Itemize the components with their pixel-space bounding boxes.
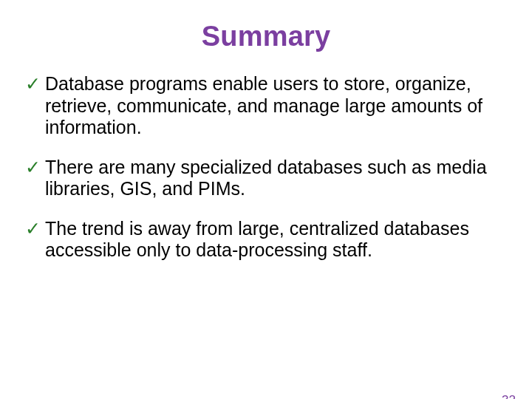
list-item: ✓ There are many specialized databases s… [25, 157, 507, 200]
checkmark-icon: ✓ [25, 218, 41, 240]
bullet-list: ✓ Database programs enable users to stor… [0, 73, 532, 262]
checkmark-icon: ✓ [25, 73, 41, 95]
slide: Summary ✓ Database programs enable users… [0, 21, 532, 399]
bullet-text: The trend is away from large, centralize… [45, 218, 507, 262]
bullet-text: Database programs enable users to store,… [45, 73, 507, 139]
page-number: 32 [502, 393, 516, 399]
checkmark-icon: ✓ [25, 157, 41, 179]
slide-title: Summary [0, 21, 532, 52]
bullet-text: There are many specialized databases suc… [45, 157, 507, 200]
list-item: ✓ Database programs enable users to stor… [25, 73, 507, 139]
list-item: ✓ The trend is away from large, centrali… [25, 218, 507, 262]
